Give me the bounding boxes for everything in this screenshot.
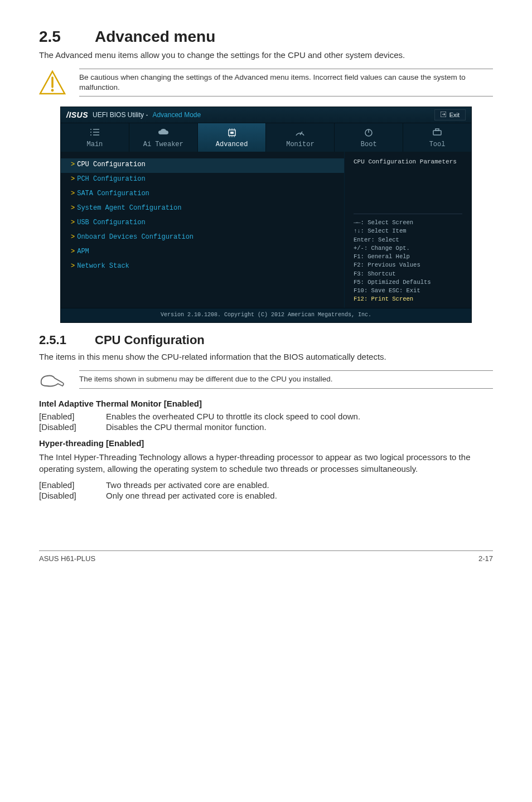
section-number: 2.5 [39,28,95,46]
svg-point-2 [51,89,54,92]
menu-item-sata-configuration[interactable]: >SATA Configuration [71,187,338,202]
chevron-icon: > [71,204,75,212]
tab-boot-label: Boot [361,141,377,148]
bios-content: >CPU Configuration >PCH Configuration >S… [61,152,471,308]
tab-monitor[interactable]: Monitor [266,123,335,152]
bios-item-description: CPU Configuration Parameters [354,158,462,165]
bios-help-panel: →←: Select Screen ↑↓: Select Item Enter:… [354,214,462,303]
iatm-enabled-row: [Enabled] Enables the overheated CPU to … [39,412,493,421]
subsection-intro: The items in this menu show the CPU-rela… [39,351,493,363]
footer-page-number: 2-17 [478,554,493,563]
menu-item-label: CPU Configuration [77,161,145,168]
ht-heading: Hyper-threading [Enabled] [39,438,493,448]
option-desc: Disables the CPU thermal monitor functio… [106,422,493,432]
chevron-icon: > [71,175,75,183]
help-line: F5: Optimized Defaults [354,278,462,287]
menu-item-onboard-devices-configuration[interactable]: >Onboard Devices Configuration [71,231,338,245]
ht-description: The Intel Hyper-Threading Technology all… [39,451,493,475]
power-icon [335,128,403,138]
bios-brand: /ISUS [66,110,88,119]
warning-icon [39,70,66,95]
iatm-heading: Intel Adaptive Thermal Monitor [Enabled] [39,399,493,408]
menu-item-label: System Agent Configuration [77,204,181,212]
tab-boot[interactable]: Boot [335,123,403,152]
tab-tweaker-label: Ai Tweaker [143,141,183,148]
info-note: The items shown in submenu may be differ… [39,370,493,388]
ht-disabled-row: [Disabled] Only one thread per activated… [39,491,493,500]
gauge-icon [266,128,334,138]
tab-tool[interactable]: Tool [403,123,471,152]
section-title-text: Advanced menu [95,28,215,45]
intro-paragraph: The Advanced menu items allow you to cha… [39,49,493,61]
warning-text: Be cautious when changing the settings o… [79,69,493,96]
menu-item-system-agent-configuration[interactable]: >System Agent Configuration [71,202,338,216]
option-desc: Only one thread per activated core is en… [106,491,493,500]
bios-mode-label: Advanced Mode [152,111,201,119]
svg-rect-11 [230,132,234,134]
cloud-icon [129,128,197,138]
option-key: [Enabled] [39,480,106,490]
option-desc: Enables the overheated CPU to throttle i… [106,412,493,421]
help-line: +/-: Change Opt. [354,244,462,253]
menu-item-pch-configuration[interactable]: >PCH Configuration [71,173,338,187]
option-key: [Disabled] [39,491,106,500]
ht-enabled-row: [Enabled] Two threads per activated core… [39,480,493,490]
tab-tool-label: Tool [429,141,446,148]
chevron-icon: > [71,219,75,226]
menu-item-cpu-configuration[interactable]: >CPU Configuration [61,158,344,173]
tool-icon [403,128,471,138]
help-line: F3: Shortcut [354,270,462,278]
help-line: F2: Previous Values [354,261,462,269]
tab-main[interactable]: Main [61,123,129,152]
chevron-icon: > [71,190,75,197]
tab-advanced[interactable]: Advanced [198,123,267,152]
option-key: [Disabled] [39,422,106,432]
help-line: ↑↓: Select Item [354,227,462,235]
help-line: F12: Print Screen [354,295,462,303]
warning-note: Be cautious when changing the settings o… [39,69,493,96]
menu-item-label: PCH Configuration [77,175,145,183]
tab-advanced-label: Advanced [216,141,248,148]
chip-icon [198,128,266,138]
bios-version-footer: Version 2.10.1208. Copyright (C) 2012 Am… [61,308,471,322]
page-footer: ASUS H61-PLUS 2-17 [39,550,493,563]
chevron-icon: > [71,248,75,255]
menu-item-label: USB Configuration [77,219,145,226]
tab-ai-tweaker[interactable]: Ai Tweaker [129,123,198,152]
subsection-heading: 2.5.1CPU Configuration [39,333,493,347]
svg-rect-21 [433,131,441,135]
chevron-icon: > [71,233,75,241]
menu-item-label: SATA Configuration [77,190,149,197]
subsection-number: 2.5.1 [39,333,95,347]
help-line: F1: General Help [354,253,462,261]
bios-tabs: Main Ai Tweaker Advanced Monitor Boot To… [61,123,471,152]
svg-rect-22 [436,129,439,131]
exit-icon [441,112,446,118]
bios-titlebar: /ISUS UEFI BIOS Utility - Advanced Mode … [61,107,471,123]
menu-item-usb-configuration[interactable]: >USB Configuration [71,216,338,231]
bios-utility-label: UEFI BIOS Utility - [93,111,148,119]
bios-menu-list: >CPU Configuration >PCH Configuration >S… [61,152,345,308]
footer-product: ASUS H61-PLUS [39,554,95,563]
iatm-disabled-row: [Disabled] Disables the CPU thermal moni… [39,422,493,432]
bios-screenshot: /ISUS UEFI BIOS Utility - Advanced Mode … [60,107,472,323]
menu-item-label: Onboard Devices Configuration [77,233,194,241]
menu-item-apm[interactable]: >APM [71,245,338,260]
help-line: F10: Save ESC: Exit [354,287,462,295]
bios-logo-area: /ISUS UEFI BIOS Utility - Advanced Mode [66,110,201,119]
note-icon [39,371,66,388]
bios-exit-button[interactable]: Exit [434,109,466,120]
menu-item-network-stack[interactable]: >Network Stack [71,260,338,274]
bios-right-panel: CPU Configuration Parameters →←: Select … [345,152,471,308]
bios-exit-label: Exit [449,112,460,118]
chevron-icon: > [71,262,75,270]
help-line: →←: Select Screen [354,219,462,227]
tab-monitor-label: Monitor [286,141,314,148]
subsection-title-text: CPU Configuration [95,333,205,347]
section-heading: 2.5Advanced menu [39,28,493,46]
list-icon [61,128,129,138]
info-note-text: The items shown in submenu may be differ… [79,370,493,388]
menu-item-label: APM [77,248,89,255]
menu-item-label: Network Stack [77,262,129,270]
help-line: Enter: Select [354,236,462,244]
